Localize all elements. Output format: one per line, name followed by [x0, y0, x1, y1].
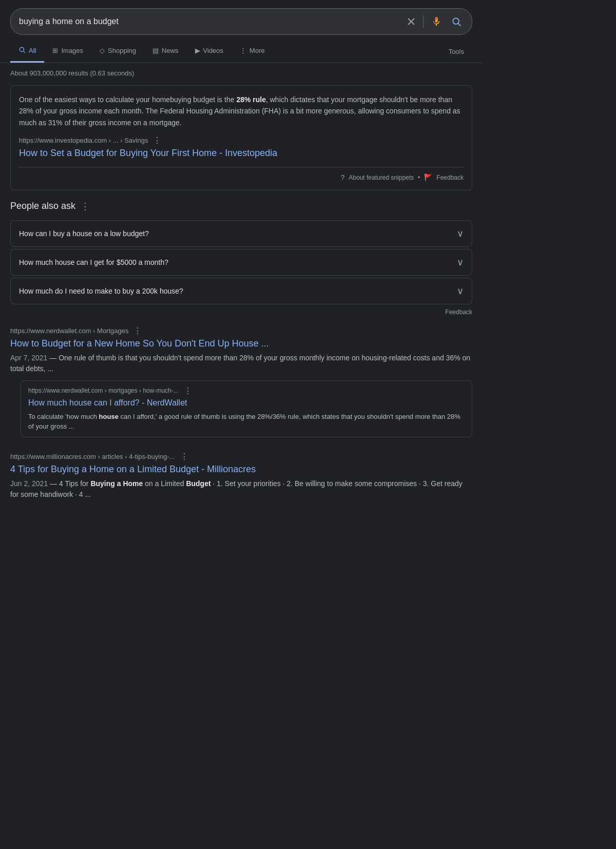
chevron-down-icon-0: ∨: [457, 228, 464, 239]
tab-all-label: All: [29, 47, 36, 54]
snippet-footer: ? About featured snippets • 🚩 Feedback: [19, 167, 464, 182]
result-title-1[interactable]: 4 Tips for Buying a Home on a Limited Bu…: [10, 464, 472, 475]
nav-tabs: All ⊞ Images ◇ Shopping ▤ News ▶ Videos …: [0, 40, 483, 63]
chevron-down-icon-2: ∨: [457, 285, 464, 297]
search-input[interactable]: [19, 17, 399, 26]
search-bar: [10, 8, 472, 35]
result-date-1: Jun 2, 2021: [10, 479, 48, 488]
snippet-before-1: — 4 Tips for: [50, 479, 90, 488]
tab-images[interactable]: ⊞ Images: [44, 41, 91, 62]
tab-news[interactable]: ▤ News: [144, 41, 187, 62]
result-url-0: https://www.nerdwallet.com › Mortgages: [10, 327, 128, 335]
snippet-bold: 28% rule: [236, 95, 266, 104]
paa-question-0: How can I buy a house on a low budget?: [19, 229, 149, 238]
snippet-link[interactable]: How to Set a Budget for Buying Your Firs…: [19, 148, 277, 158]
featured-snippet: One of the easiest ways to calculate you…: [10, 85, 472, 190]
paa-header: People also ask ⋮: [10, 201, 472, 212]
result-snippet-0: Apr 7, 2021 — One rule of thumb is that …: [10, 353, 472, 374]
paa-feedback-link[interactable]: Feedback: [10, 308, 472, 316]
tab-more[interactable]: ⋮ More: [232, 41, 273, 62]
result-snippet-text-0: — One rule of thumb is that you shouldn'…: [10, 354, 470, 373]
paa-item-1[interactable]: How much house can I get for $5000 a mon…: [10, 249, 472, 276]
paa-item-2[interactable]: How much do I need to make to buy a 200k…: [10, 278, 472, 304]
paa-question-1: How much house can I get for $5000 a mon…: [19, 258, 168, 266]
tab-shopping[interactable]: ◇ Shopping: [91, 41, 144, 62]
news-tab-icon: ▤: [152, 47, 159, 54]
sub-result-source-0: https://www.nerdwallet.com › mortgages ›…: [28, 386, 465, 396]
result-source-1: https://www.millionacres.com › articles …: [10, 452, 472, 461]
snippet-mid-1: on a Limited: [143, 479, 186, 488]
snippet-feedback-icon: 🚩: [424, 173, 432, 181]
snippet-text-before: One of the easiest ways to calculate you…: [19, 95, 236, 104]
paa-title: People also ask: [10, 201, 75, 211]
more-tab-icon: ⋮: [240, 47, 246, 54]
tools-button[interactable]: Tools: [440, 42, 472, 62]
result-date-0: Apr 7, 2021: [10, 354, 47, 362]
snippet-feedback-link[interactable]: Feedback: [436, 174, 464, 181]
videos-tab-icon: ▶: [195, 47, 200, 54]
tab-news-label: News: [162, 47, 179, 54]
snippet-source: https://www.investopedia.com › ... › Sav…: [19, 136, 464, 145]
snippet-bold2-1: Budget: [186, 479, 210, 488]
clear-search-button[interactable]: [405, 15, 418, 28]
close-icon: [407, 17, 416, 26]
svg-point-2: [453, 18, 459, 24]
snippet-bold1-1: Buying a Home: [90, 479, 143, 488]
snippet-menu-icon[interactable]: ⋮: [153, 136, 161, 145]
search-icon: [451, 16, 461, 27]
tab-videos-label: Videos: [203, 47, 224, 54]
tab-more-label: More: [249, 47, 265, 54]
bullet-separator: •: [418, 174, 420, 181]
sub-result-0: https://www.nerdwallet.com › mortgages ›…: [21, 380, 472, 437]
sub-result-menu-icon-0[interactable]: ⋮: [184, 386, 192, 396]
search-result-0: https://www.nerdwallet.com › Mortgages ⋮…: [10, 326, 472, 441]
sub-result-title-0[interactable]: How much house can I afford? - NerdWalle…: [28, 398, 465, 409]
people-also-ask-section: People also ask ⋮ How can I buy a house …: [10, 201, 472, 316]
search-result-1: https://www.millionacres.com › articles …: [10, 452, 472, 504]
about-featured-snippets-link[interactable]: About featured snippets: [349, 174, 414, 181]
all-tab-icon: [18, 46, 26, 55]
paa-menu-icon[interactable]: ⋮: [81, 201, 90, 212]
svg-line-5: [24, 51, 25, 53]
result-title-0[interactable]: How to Budget for a New Home So You Don'…: [10, 338, 472, 350]
result-snippet-1: Jun 2, 2021 — 4 Tips for Buying a Home o…: [10, 478, 472, 500]
shopping-tab-icon: ◇: [100, 47, 105, 54]
result-menu-icon-0[interactable]: ⋮: [133, 326, 142, 336]
result-menu-icon-1[interactable]: ⋮: [180, 452, 188, 461]
snippet-text: One of the easiest ways to calculate you…: [19, 94, 464, 128]
sub-result-url-0: https://www.nerdwallet.com › mortgages ›…: [28, 387, 179, 394]
sub-snippet-before-0: To calculate 'how much: [28, 413, 99, 420]
tab-images-label: Images: [61, 47, 83, 54]
voice-search-button[interactable]: [429, 14, 444, 29]
result-source-0: https://www.nerdwallet.com › Mortgages ⋮: [10, 326, 472, 336]
mic-icon: [431, 16, 442, 27]
svg-line-3: [458, 24, 461, 26]
results-count: About 903,000,000 results (0.63 seconds): [10, 63, 472, 85]
chevron-down-icon-1: ∨: [457, 257, 464, 268]
images-tab-icon: ⊞: [52, 47, 58, 54]
paa-question-2: How much do I need to make to buy a 200k…: [19, 287, 183, 295]
tab-videos[interactable]: ▶ Videos: [187, 41, 232, 62]
sub-result-snippet-0: To calculate 'how much house can I affor…: [28, 412, 465, 432]
sub-snippet-bold-0: house: [99, 413, 119, 420]
tab-all[interactable]: All: [10, 40, 44, 63]
result-url-1: https://www.millionacres.com › articles …: [10, 453, 175, 460]
snippet-source-url: https://www.investopedia.com › ... › Sav…: [19, 137, 148, 144]
paa-item-0[interactable]: How can I buy a house on a low budget? ∨: [10, 220, 472, 247]
search-bar-container: [0, 0, 483, 35]
svg-point-4: [20, 47, 24, 51]
search-button[interactable]: [449, 14, 464, 29]
question-icon: ?: [341, 173, 345, 182]
tab-shopping-label: Shopping: [108, 47, 136, 54]
results-container: About 903,000,000 results (0.63 seconds)…: [0, 63, 483, 504]
